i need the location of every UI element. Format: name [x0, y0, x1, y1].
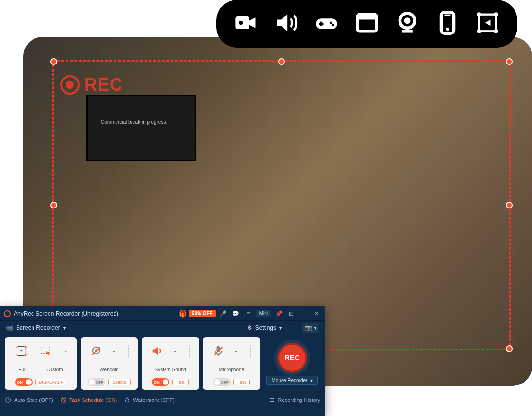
subheader: 📹 Screen Recorder ▾ ⚙ Settings ▾ 📷 ▾ — [0, 321, 325, 335]
footer: Auto Stop (OFF) Task Schedule (ON) Water… — [0, 393, 325, 406]
mic-tiny-icon[interactable]: 🎤 — [218, 309, 228, 319]
display-select[interactable]: DISPLAY1 ▾ — [35, 379, 66, 385]
rec-button[interactable]: REC — [277, 343, 307, 373]
alarm-icon — [60, 397, 67, 403]
tv-caption: Commercial break in progress. — [101, 119, 167, 125]
chevron-down-icon[interactable]: ▾ — [174, 349, 176, 354]
gift-icon: 🎁 — [179, 310, 187, 318]
svg-point-8 — [404, 17, 410, 24]
panel-sound: ▾ System Sound ON Test — [142, 337, 199, 390]
rec-indicator-label: REC — [84, 75, 123, 95]
collapse-icon[interactable]: ⊟ — [286, 309, 296, 319]
close-icon[interactable]: ✕ — [312, 309, 321, 319]
webcam-icon[interactable] — [395, 10, 420, 37]
rec-area: REC Mouse Recorder▾ — [264, 337, 320, 390]
custom-label: Custom — [46, 367, 63, 372]
mini-button[interactable]: Mini — [256, 310, 271, 317]
webcam-setting-button[interactable]: Setting — [108, 379, 131, 385]
snapshot-button[interactable]: 📷 ▾ — [302, 323, 319, 333]
sound-test-button[interactable]: Test — [172, 379, 189, 385]
gamepad-icon[interactable] — [314, 10, 339, 37]
svg-text:+: + — [20, 348, 22, 353]
chevron-down-icon[interactable]: ▾ — [279, 325, 282, 331]
mic-toggle[interactable]: OFF — [213, 378, 231, 386]
top-toolbar — [216, 0, 517, 48]
drop-icon — [124, 397, 131, 403]
mode-label[interactable]: Screen Recorder — [16, 324, 60, 331]
svg-point-14 — [494, 12, 498, 16]
gear-icon: ⚙ — [247, 324, 252, 331]
chevron-down-icon: ▾ — [314, 325, 316, 331]
chevron-down-icon[interactable]: ▾ — [113, 349, 115, 354]
svg-point-10 — [446, 28, 449, 31]
chevron-down-icon[interactable]: ▾ — [235, 349, 237, 354]
svg-point-1 — [239, 21, 243, 25]
webcam-toggle[interactable]: OFF — [88, 378, 105, 386]
svg-rect-2 — [316, 18, 337, 29]
chevron-down-icon[interactable]: ▾ — [63, 325, 66, 331]
panels-row: + ▾ Full Custom ON DISPLAY1 ▾ ▾ Webcam O… — [0, 335, 325, 393]
svg-point-15 — [477, 29, 482, 33]
svg-point-16 — [494, 29, 498, 33]
sound-label: System Sound — [154, 367, 186, 372]
window-title: AnyRec Screen Recorder (Unregistered) — [14, 310, 118, 317]
menu-icon[interactable]: ≡ — [244, 309, 253, 319]
svg-point-3 — [330, 21, 332, 24]
panel-webcam: ▾ Webcam OFF Setting — [81, 337, 138, 390]
app-logo-icon — [4, 310, 11, 317]
full-label: Full — [18, 367, 26, 372]
svg-rect-11 — [444, 15, 450, 16]
webcam-panel-icon — [89, 344, 103, 358]
display-toggle[interactable]: ON — [15, 378, 33, 386]
svg-point-4 — [332, 24, 334, 26]
svg-rect-6 — [357, 15, 376, 20]
video-camera-icon[interactable] — [233, 10, 259, 37]
history-item[interactable]: Recording History — [269, 397, 320, 403]
phone-icon[interactable] — [435, 10, 460, 37]
minimize-icon[interactable]: — — [299, 309, 309, 319]
rec-indicator-icon — [60, 75, 80, 95]
mic-label: Microphone — [219, 367, 244, 372]
titlebar: AnyRec Screen Recorder (Unregistered) 🎁 … — [0, 306, 325, 321]
window-icon[interactable] — [354, 10, 380, 37]
mouse-recorder-button[interactable]: Mouse Recorder▾ — [266, 376, 318, 385]
auto-stop-item[interactable]: Auto Stop (OFF) — [5, 397, 53, 403]
speaker-icon[interactable] — [274, 10, 299, 37]
app-window: AnyRec Screen Recorder (Unregistered) 🎁 … — [0, 306, 325, 416]
panel-display: + ▾ Full Custom ON DISPLAY1 ▾ — [5, 337, 77, 390]
area-icon[interactable] — [475, 10, 500, 37]
settings-label[interactable]: Settings — [255, 324, 276, 331]
discount-label: 50% OFF — [189, 310, 216, 317]
discount-badge[interactable]: 🎁 50% OFF — [179, 310, 216, 318]
webcam-label: Webcam — [100, 367, 118, 372]
sound-toggle[interactable]: ON — [152, 378, 169, 386]
fullscreen-icon[interactable]: + — [15, 344, 28, 358]
clock-icon — [5, 397, 12, 403]
svg-point-13 — [477, 12, 482, 16]
custom-area-icon[interactable] — [39, 344, 53, 358]
camera-small-icon: 📹 — [6, 324, 13, 331]
pin-icon[interactable]: 📌 — [274, 309, 283, 319]
list-icon — [269, 397, 276, 403]
rec-indicator: REC — [60, 75, 123, 95]
comment-icon[interactable]: 💬 — [231, 309, 241, 319]
task-schedule-item[interactable]: Task Schedule (ON) — [60, 397, 117, 403]
watermark-item[interactable]: Watermark (OFF) — [124, 397, 175, 403]
camera-icon: 📷 — [305, 324, 312, 331]
mic-panel-icon — [212, 344, 225, 358]
chevron-down-icon[interactable]: ▾ — [65, 349, 67, 354]
mic-test-button[interactable]: Test — [233, 379, 250, 385]
sound-panel-icon — [150, 344, 164, 358]
panel-mic: ▾ Microphone OFF Test — [203, 337, 260, 390]
